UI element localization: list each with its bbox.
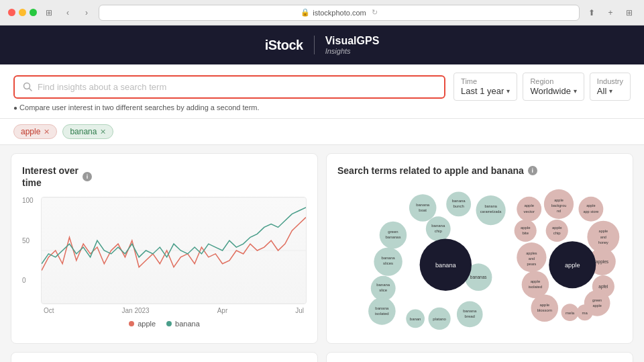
- search-terms-info-icon[interactable]: i: [528, 166, 537, 175]
- close-button[interactable]: [8, 9, 15, 16]
- interest-by-region-card: Interest by region i: [326, 352, 633, 362]
- visualgps-name: VisualGPS: [325, 35, 380, 47]
- svg-text:green: green: [388, 230, 398, 234]
- time-label: Time: [461, 77, 510, 85]
- y-label-100: 100: [22, 197, 38, 204]
- svg-text:pears: pears: [527, 262, 537, 266]
- x-label-oct: Oct: [44, 307, 54, 314]
- svg-text:banan: banan: [410, 317, 421, 321]
- region-dropdown-arrow: ▾: [574, 87, 577, 95]
- region-filter[interactable]: Region Worldwide ▾: [523, 73, 584, 101]
- line-chart: [41, 197, 307, 304]
- industry-filter[interactable]: Industry All ▾: [590, 73, 631, 101]
- interest-over-time-info-icon[interactable]: i: [83, 172, 92, 181]
- banana-line: [42, 208, 306, 264]
- minimize-button[interactable]: [19, 9, 26, 16]
- add-tab-icon[interactable]: +: [604, 6, 617, 19]
- bubble-chart: banana boat banana bunch banana caramelz…: [337, 185, 622, 332]
- svg-text:and: and: [529, 257, 535, 261]
- svg-text:app store: app store: [583, 210, 598, 214]
- filter-dropdowns: Time Last 1 year ▾ Region Worldwide ▾ In…: [453, 73, 631, 101]
- svg-text:apple: apple: [586, 204, 596, 208]
- svg-text:apple: apple: [552, 226, 562, 230]
- industry-dropdown-arrow: ▾: [609, 87, 612, 95]
- chart-container: 100 50 0: [22, 197, 307, 314]
- search-box[interactable]: Find insights about a search term: [13, 75, 445, 99]
- svg-text:apple: apple: [554, 198, 564, 202]
- legend-banana: banana: [166, 320, 200, 328]
- svg-text:banana: banana: [431, 224, 445, 228]
- svg-text:bananas: bananas: [470, 275, 487, 280]
- search-placeholder: Find insights about a search term: [38, 82, 436, 92]
- tags-row: apple ✕ banana ✕: [0, 119, 644, 145]
- logo-container: iStock VisualGPS Insights: [265, 35, 380, 55]
- tag-apple-remove[interactable]: ✕: [44, 128, 50, 136]
- url-bar[interactable]: 🔒 istockphoto.com ↻: [99, 5, 580, 21]
- tag-apple-label: apple: [21, 127, 40, 136]
- share-icon[interactable]: ⬆: [585, 6, 598, 19]
- industry-label: Industry: [597, 77, 623, 85]
- svg-text:chip: chip: [435, 229, 443, 233]
- svg-text:caramelzada: caramelzada: [480, 210, 502, 214]
- svg-text:green: green: [592, 298, 602, 302]
- svg-text:banana: banana: [376, 283, 390, 287]
- url-text: istockphoto.com: [313, 9, 366, 17]
- tag-banana[interactable]: banana ✕: [62, 124, 113, 139]
- tag-banana-label: banana: [70, 127, 97, 136]
- sidebar-toggle-icon[interactable]: ⊞: [42, 6, 56, 19]
- reload-icon[interactable]: ↻: [372, 8, 378, 17]
- x-label-apr: Apr: [217, 307, 228, 314]
- forward-icon[interactable]: ›: [80, 6, 93, 19]
- legend-apple: apple: [129, 320, 156, 328]
- svg-text:and: and: [600, 235, 606, 239]
- svg-text:apple: apple: [592, 304, 602, 308]
- svg-text:banana: banana: [484, 205, 497, 209]
- svg-text:apple: apple: [524, 204, 534, 208]
- back-icon[interactable]: ‹: [61, 6, 74, 19]
- svg-text:platano: platano: [433, 317, 446, 321]
- time-filter[interactable]: Time Last 1 year ▾: [453, 73, 517, 101]
- svg-text:bite: bite: [522, 231, 529, 235]
- svg-text:nd: nd: [557, 209, 561, 213]
- time-dropdown-arrow: ▾: [506, 87, 510, 95]
- x-label-jan: Jan 2023: [122, 307, 150, 314]
- interest-over-time-header: Interest overtime i: [22, 165, 307, 189]
- extensions-icon[interactable]: ⊞: [623, 6, 636, 19]
- visualgps-logo: VisualGPS Insights: [325, 35, 380, 55]
- browser-chrome: ⊞ ‹ › 🔒 istockphoto.com ↻ ⬆ + ⊞: [0, 0, 644, 26]
- lock-icon: 🔒: [301, 8, 310, 17]
- interest-over-time-title: Interest overtime: [22, 165, 78, 189]
- search-terms-card: Search terms related to apple and banana…: [326, 153, 633, 344]
- y-label-0: 0: [22, 277, 38, 284]
- app-header: iStock VisualGPS Insights: [0, 26, 644, 64]
- tag-apple[interactable]: apple ✕: [13, 124, 57, 139]
- svg-text:bunch: bunch: [453, 205, 464, 209]
- svg-text:blossom: blossom: [537, 308, 552, 312]
- interest-over-time-card: Interest overtime i 100 50 0: [11, 153, 318, 344]
- x-axis-labels: Oct Jan 2023 Apr Jul: [41, 307, 307, 314]
- svg-text:banana: banana: [463, 309, 477, 313]
- x-label-jul: Jul: [295, 307, 304, 314]
- svg-text:apfel: apfel: [598, 284, 608, 289]
- y-axis-labels: 100 50 0: [22, 197, 41, 284]
- svg-text:apple: apple: [565, 262, 580, 269]
- maximize-button[interactable]: [30, 9, 37, 16]
- svg-text:bananas: bananas: [385, 236, 400, 240]
- logo-divider: [314, 36, 315, 54]
- search-area: Find insights about a search term Time L…: [0, 64, 644, 119]
- svg-text:banana: banana: [375, 306, 389, 310]
- search-row: Find insights about a search term Time L…: [13, 73, 631, 101]
- main-content: Interest overtime i 100 50 0: [0, 145, 644, 362]
- compare-hint-icon: ●: [13, 104, 17, 111]
- chart-svg: [42, 197, 306, 304]
- svg-text:apple: apple: [531, 279, 541, 283]
- svg-text:apples: apples: [526, 251, 537, 255]
- svg-text:slice: slice: [379, 288, 388, 292]
- svg-text:honey: honey: [598, 240, 608, 244]
- istock-logo[interactable]: iStock: [265, 38, 303, 53]
- tag-banana-remove[interactable]: ✕: [100, 128, 106, 136]
- svg-text:chip: chip: [553, 231, 561, 235]
- compare-hint: ● Compare user interest in two different…: [13, 103, 631, 111]
- svg-text:isolated: isolated: [529, 285, 543, 289]
- region-value: Worldwide: [530, 86, 570, 96]
